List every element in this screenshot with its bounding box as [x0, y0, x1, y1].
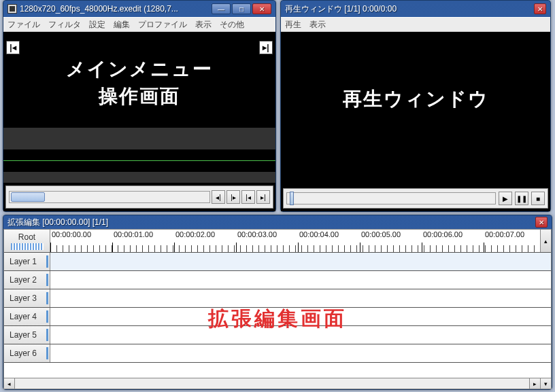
scroll-right-button[interactable]: ▸: [529, 378, 540, 389]
playback-titlebar[interactable]: 再生ウィンドウ [1/1] 0:00/0:00 ✕: [281, 1, 550, 17]
playback-controls: ▶ ❚❚ ■: [283, 188, 548, 209]
ruler-label: 00:00:00.00: [52, 230, 91, 238]
layer-body[interactable]: [50, 289, 551, 307]
timeline-titlebar[interactable]: 拡張編集 [00:00:00.00] [1/1] ✕: [3, 215, 552, 229]
main-preview: |◂ ▸| メインメニュー 操作画面 ◂| |▸ |◂ ▸|: [3, 32, 275, 211]
svg-rect-2: [10, 6, 15, 12]
close-button[interactable]: ✕: [252, 3, 271, 14]
layer-row: Layer 1: [4, 253, 551, 271]
menu-filter[interactable]: フィルタ: [48, 19, 81, 31]
layer-row: Layer 6: [4, 344, 551, 363]
root-cell[interactable]: Root: [4, 230, 50, 252]
playback-preview: 再生ウィンドウ ▶ ❚❚ ■: [281, 32, 550, 211]
layer-label[interactable]: Layer 5: [4, 326, 50, 344]
layer-row: Layer 5: [4, 326, 551, 344]
menu-view[interactable]: 表示: [195, 19, 212, 31]
playback-title: 再生ウィンドウ [1/1] 0:00/0:00: [285, 3, 534, 15]
next-arrow-button[interactable]: ▸|: [259, 41, 273, 54]
playback-knob-icon[interactable]: [290, 192, 294, 205]
root-label: Root: [18, 232, 35, 242]
layer-body[interactable]: [50, 326, 551, 344]
seek-scrollbar[interactable]: [9, 191, 210, 203]
app-icon: [7, 4, 17, 14]
layer-label[interactable]: Layer 6: [4, 344, 50, 362]
menu-display[interactable]: 表示: [309, 19, 326, 31]
timeline-h-scrollbar: ◂ ▸ ▾: [4, 378, 551, 389]
layer-body[interactable]: [50, 308, 551, 325]
layer-body[interactable]: [50, 253, 551, 270]
pause-button[interactable]: ❚❚: [515, 192, 528, 205]
preview-tracks: [3, 128, 275, 183]
main-titlebar[interactable]: 1280x720_60fps_48000Hz.exedit (1280,7...…: [3, 1, 275, 17]
layer-row: Layer 4: [4, 308, 551, 326]
timeline-client: Root 00:00:00.00 00:00:01.00 00:00:02.00…: [3, 229, 552, 389]
menu-profile[interactable]: プロファイル: [138, 19, 187, 31]
menu-other[interactable]: その他: [220, 19, 244, 31]
playback-slider[interactable]: [286, 192, 496, 204]
main-title: 1280x720_60fps_48000Hz.exedit (1280,7...: [20, 4, 212, 14]
goto-start-button[interactable]: |◂: [241, 190, 255, 204]
overlay-text-1: メインメニュー: [3, 56, 275, 82]
seek-thumb[interactable]: [11, 192, 45, 202]
menu-settings[interactable]: 設定: [89, 19, 105, 31]
layer-row: Layer 3: [4, 289, 551, 308]
layer-label[interactable]: Layer 2: [4, 271, 50, 289]
menu-file[interactable]: ファイル: [7, 19, 40, 31]
step-back-button[interactable]: ◂|: [212, 190, 225, 204]
menu-play[interactable]: 再生: [285, 19, 301, 31]
ruler-label: 00:00:01.00: [114, 230, 153, 238]
ruler-label: 00:00:05.00: [361, 230, 401, 238]
menu-edit[interactable]: 編集: [114, 19, 130, 31]
minimize-button[interactable]: —: [212, 3, 231, 14]
timeline-title: 拡張編集 [00:00:00.00] [1/1]: [7, 217, 535, 228]
play-button[interactable]: ▶: [499, 192, 512, 205]
playback-close-button[interactable]: ✕: [534, 3, 546, 14]
ruler-major-ticks-icon: [50, 243, 540, 252]
prev-arrow-button[interactable]: |◂: [6, 41, 20, 54]
maximize-button[interactable]: □: [232, 3, 251, 14]
layer-row: Layer 2: [4, 271, 551, 289]
stop-button[interactable]: ■: [531, 192, 545, 205]
playback-overlay: 再生ウィンドウ: [281, 86, 550, 112]
layer-label[interactable]: Layer 4: [4, 308, 50, 325]
root-stripes-icon: [11, 243, 44, 250]
scroll-left-button[interactable]: ◂: [4, 378, 15, 389]
ruler-label: 00:00:06.00: [423, 230, 462, 238]
layer-body[interactable]: [50, 271, 551, 289]
main-menubar: ファイル フィルタ 設定 編集 プロファイル 表示 その他: [3, 17, 275, 32]
goto-end-button[interactable]: ▸|: [256, 190, 270, 204]
layer-label[interactable]: Layer 1: [4, 253, 50, 270]
timeline-ruler-row: Root 00:00:00.00 00:00:01.00 00:00:02.00…: [4, 230, 551, 253]
playback-menubar: 再生 表示: [281, 17, 550, 32]
ruler-label: 00:00:03.00: [237, 230, 277, 238]
ruler-label: 00:00:02.00: [175, 230, 215, 238]
scroll-down-button[interactable]: ▾: [540, 378, 551, 389]
ruler-label: 00:00:07.00: [485, 230, 524, 238]
timeline-close-button[interactable]: ✕: [535, 217, 548, 228]
main-editor-window: 1280x720_60fps_48000Hz.exedit (1280,7...…: [3, 0, 276, 212]
main-seekbar: ◂| |▸ |◂ ▸|: [5, 185, 273, 209]
playback-window: 再生ウィンドウ [1/1] 0:00/0:00 ✕ 再生 表示 再生ウィンドウ …: [280, 0, 551, 212]
scroll-up-button[interactable]: ▴: [540, 230, 551, 252]
timeline-ruler[interactable]: 00:00:00.00 00:00:01.00 00:00:02.00 00:0…: [50, 230, 540, 252]
h-scroll-track[interactable]: [15, 378, 529, 389]
layer-body[interactable]: [50, 344, 551, 362]
step-fwd-button[interactable]: |▸: [226, 190, 240, 204]
overlay-text-2: 操作画面: [3, 84, 275, 109]
ruler-label: 00:00:04.00: [299, 230, 339, 238]
layer-label[interactable]: Layer 3: [4, 289, 50, 307]
timeline-window: 拡張編集 [00:00:00.00] [1/1] ✕ Root 00:00:00…: [3, 215, 552, 390]
